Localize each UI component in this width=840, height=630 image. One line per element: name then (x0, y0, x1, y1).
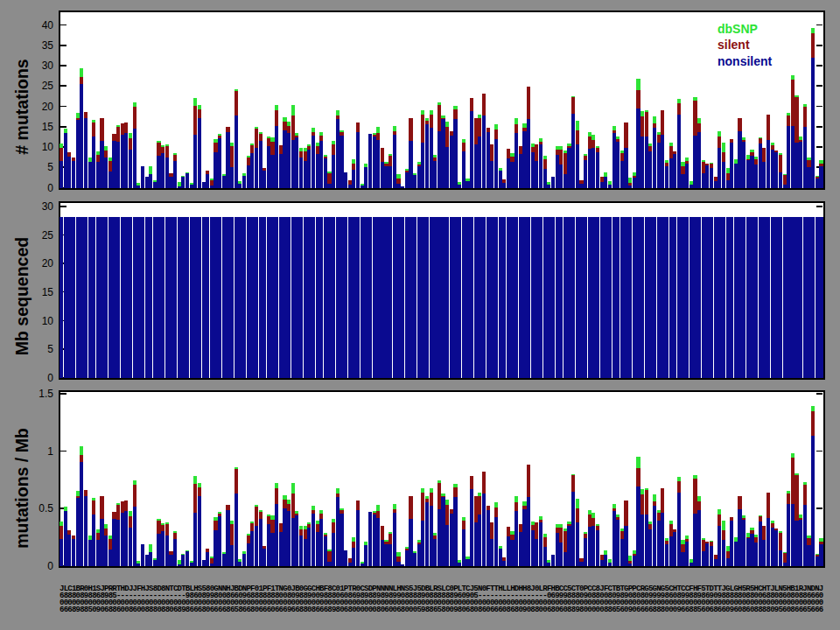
svg-text:20: 20 (42, 257, 54, 270)
svg-text:15: 15 (42, 121, 54, 133)
svg-text:mutations / Mb: mutations / Mb (12, 428, 32, 549)
svg-text:1: 1 (47, 445, 53, 458)
svg-text:10: 10 (42, 315, 54, 327)
svg-text:0: 0 (47, 372, 53, 384)
svg-text:0: 0 (47, 560, 53, 572)
svg-text:666898850906886008600888088068: 6668988509068860086008880880689866680666… (60, 606, 823, 614)
svg-text:30: 30 (42, 200, 54, 213)
svg-text:5: 5 (47, 161, 53, 173)
svg-text:0.5: 0.5 (38, 502, 53, 514)
svg-text:0: 0 (47, 182, 53, 194)
svg-text:5: 5 (47, 343, 53, 355)
svg-text:# mutations: # mutations (12, 59, 32, 155)
svg-text:Mb sequenced: Mb sequenced (12, 237, 32, 355)
svg-text:40: 40 (42, 19, 54, 32)
svg-text:20: 20 (42, 101, 54, 113)
svg-text:15: 15 (42, 286, 54, 298)
svg-text:10: 10 (42, 141, 54, 153)
svg-text:25: 25 (42, 229, 54, 242)
svg-text:1.5: 1.5 (38, 388, 53, 400)
svg-text:nonsilent: nonsilent (718, 54, 773, 68)
svg-text:25: 25 (42, 80, 54, 92)
svg-text:30: 30 (42, 60, 54, 72)
svg-text:silent: silent (718, 38, 750, 52)
svg-text:dbSNP: dbSNP (718, 22, 758, 36)
svg-text:35: 35 (42, 39, 54, 52)
